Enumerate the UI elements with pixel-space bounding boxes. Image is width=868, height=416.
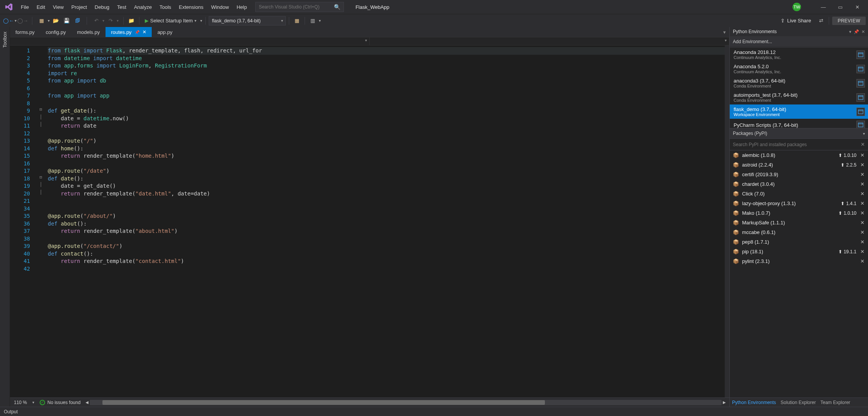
code-line[interactable] [48,130,725,138]
liveshare-button[interactable]: ⇪ Live Share [781,18,811,24]
remove-package-icon[interactable]: ✕ [860,181,865,187]
package-item[interactable]: 📦astroid (2.2.4)⬆ 2.2.5✕ [730,160,868,170]
fold-marker[interactable] [37,53,45,61]
fold-marker[interactable] [37,211,45,219]
menu-extensions[interactable]: Extensions [175,3,208,12]
tab-app-py[interactable]: app.py [152,27,178,37]
remove-package-icon[interactable]: ✕ [860,191,865,197]
code-line[interactable]: from app import db [48,77,725,85]
panel-tab-solution-explorer[interactable]: Solution Explorer [781,400,816,405]
tab-forms-py[interactable]: forms.py [10,27,40,37]
code-line[interactable]: from datetime import datetime [48,55,725,62]
remove-package-icon[interactable]: ✕ [860,258,865,264]
code-line[interactable]: @app.route("/about/") [48,212,725,220]
fold-marker[interactable] [37,226,45,234]
code-line[interactable]: @app.route("/contact/") [48,243,725,250]
menu-help[interactable]: Help [233,3,251,12]
package-update[interactable]: ⬆ 19.1.1 [838,249,856,254]
scroll-left-arrow[interactable]: ◀ [84,400,90,405]
output-tab[interactable]: Output [0,407,868,416]
code-line[interactable]: date = datetime.now() [48,115,725,123]
remove-package-icon[interactable]: ✕ [860,152,865,158]
remove-package-icon[interactable]: ✕ [860,249,865,254]
remove-package-icon[interactable]: ✕ [860,172,865,177]
panel-tab-team-explorer[interactable]: Team Explorer [820,400,850,405]
open-window-icon[interactable] [856,51,865,59]
close-button[interactable]: ✕ [849,0,866,14]
env-item[interactable]: autoimports_test (3.7, 64-bit)Conda Envi… [730,90,868,104]
fold-marker[interactable] [37,234,45,241]
fold-marker[interactable] [37,83,45,91]
grid-icon[interactable]: ▦ [292,16,302,25]
package-update[interactable]: ⬆ 2.2.5 [841,162,856,168]
open-window-icon[interactable] [856,108,865,116]
fold-marker[interactable]: ⊟ [37,106,45,113]
code-line[interactable] [48,265,725,273]
tab-config-py[interactable]: config.py [40,27,72,37]
tab-models-py[interactable]: models.py [72,27,106,37]
remove-package-icon[interactable]: ✕ [860,210,865,216]
package-item[interactable]: 📦MarkupSafe (1.1.1)✕ [730,218,868,227]
save-icon[interactable]: 💾 [62,16,71,25]
close-panel-icon[interactable]: ✕ [861,29,865,34]
remove-package-icon[interactable]: ✕ [860,220,865,226]
horizontal-scrollbar[interactable]: ◀ ▶ [90,400,722,405]
code-line[interactable]: from flask import Flask, render_template… [48,47,725,55]
nav-fwd-button[interactable]: ◯→ [18,16,27,25]
package-update[interactable]: ⬆ 1.0.10 [838,153,856,158]
nav-slot-scope[interactable] [10,37,370,45]
minimize-button[interactable]: — [815,0,832,14]
package-search-input[interactable] [733,142,861,147]
undo-icon[interactable]: ↶ [92,16,101,25]
menu-analyze[interactable]: Analyze [130,3,156,12]
window-menu-icon[interactable]: ▾ [849,29,851,34]
pin-icon[interactable]: 📌 [135,30,139,34]
package-item[interactable]: 📦pip (18.1)⬆ 19.1.1✕ [730,247,868,256]
start-button[interactable]: ▶ Select Startup Item ▾ [142,16,199,25]
maximize-button[interactable]: ▭ [832,0,849,14]
tab-routes-py[interactable]: routes.py📌✕ [106,27,152,37]
open-window-icon[interactable] [856,79,865,88]
clear-icon[interactable]: ✕ [861,141,865,147]
package-item[interactable]: 📦lazy-object-proxy (1.3.1)⬆ 1.4.1✕ [730,199,868,208]
code-line[interactable]: import re [48,70,725,77]
user-avatar[interactable]: TW [793,3,801,11]
toolbox-rail[interactable]: Toolbox [0,27,10,407]
fold-marker[interactable] [37,61,45,68]
code-line[interactable]: return render_template("date.html", date… [48,190,725,198]
fold-marker[interactable] [37,98,45,106]
fold-marker[interactable]: ⊟ [37,173,45,181]
menu-debug[interactable]: Debug [91,3,113,12]
fold-marker[interactable]: │ [37,189,45,196]
fold-marker[interactable]: │ [37,113,45,121]
open-window-icon[interactable] [856,65,865,73]
layout-icon[interactable]: ▥ [308,16,317,25]
package-item[interactable]: 📦Mako (1.0.7)⬆ 1.0.10✕ [730,208,868,218]
nav-back-button[interactable]: ◯← [4,16,13,25]
chevron-down-icon[interactable]: ▾ [200,19,202,23]
menu-tools[interactable]: Tools [156,3,175,12]
panel-tab-python-environments[interactable]: Python Environments [732,400,776,405]
fold-marker[interactable] [37,143,45,151]
code-line[interactable] [48,197,725,205]
env-item[interactable]: Anaconda 2018.12Continuum Analytics, Inc… [730,47,868,62]
menu-view[interactable]: View [49,3,67,12]
fold-marker[interactable] [37,204,45,211]
fold-marker[interactable] [37,91,45,98]
code-line[interactable]: date = get_date() [48,182,725,190]
package-item[interactable]: 📦mccabe (0.6.1)✕ [730,227,868,237]
code-line[interactable]: return render_template("home.html") [48,152,725,160]
add-environment-button[interactable]: Add Environment... [730,36,868,47]
code-line[interactable] [48,100,725,108]
code-line[interactable]: def date(): [48,175,725,183]
package-item[interactable]: 📦certifi (2019.3.9)✕ [730,170,868,179]
fold-marker[interactable] [37,219,45,226]
menu-test[interactable]: Test [113,3,130,12]
package-update[interactable]: ⬆ 1.0.10 [838,211,856,216]
new-item-icon[interactable]: ▦ [37,16,46,25]
remove-package-icon[interactable]: ✕ [860,239,865,245]
env-item[interactable]: anaconda3 (3.7, 64-bit)Conda Environment [730,76,868,90]
menu-window[interactable]: Window [207,3,233,12]
package-item[interactable]: 📦Click (7.0)✕ [730,189,868,199]
scroll-thumb[interactable] [102,400,545,405]
